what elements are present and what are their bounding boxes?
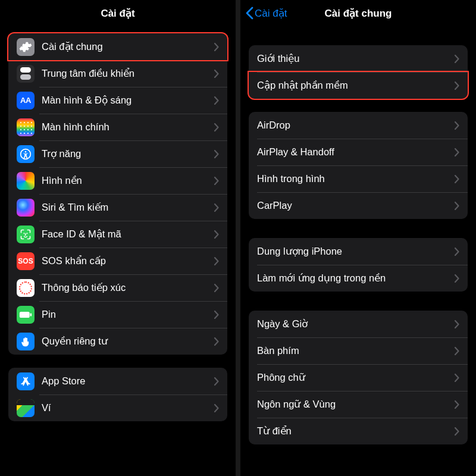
row-label: Thông báo tiếp xúc bbox=[42, 282, 211, 293]
chevron-right-icon bbox=[214, 177, 219, 185]
chevron-right-icon bbox=[455, 374, 459, 382]
row-label: Làm mới ứng dụng trong nền bbox=[257, 273, 451, 284]
row-dictionary[interactable]: Từ điển bbox=[249, 418, 468, 444]
chevron-right-icon bbox=[214, 150, 219, 158]
row-carplay[interactable]: CarPlay bbox=[249, 192, 468, 219]
row-airplay[interactable]: AirPlay & Handoff bbox=[249, 139, 468, 165]
row-datetime[interactable]: Ngày & Giờ bbox=[249, 311, 468, 337]
sos-icon: SOS bbox=[17, 252, 35, 270]
nav-bar: Cài đặt bbox=[0, 0, 236, 26]
chevron-right-icon bbox=[214, 70, 219, 78]
text-aa-icon: AA bbox=[17, 92, 35, 109]
gear-icon bbox=[17, 38, 35, 56]
svg-rect-4 bbox=[20, 311, 30, 317]
app-grid-icon bbox=[17, 118, 35, 136]
chevron-right-icon bbox=[214, 96, 219, 105]
row-exposure[interactable]: Thông báo tiếp xúc bbox=[8, 274, 227, 301]
row-label: Quyền riêng tư bbox=[42, 336, 211, 347]
row-language[interactable]: Ngôn ngữ & Vùng bbox=[249, 391, 468, 418]
accessibility-icon bbox=[17, 145, 35, 163]
chevron-right-icon bbox=[214, 203, 219, 212]
chevron-right-icon bbox=[455, 347, 459, 355]
back-label: Cài đặt bbox=[255, 7, 287, 20]
chevron-right-icon bbox=[455, 55, 459, 63]
row-general[interactable]: Cài đặt chung bbox=[8, 33, 227, 60]
row-label: Phông chữ bbox=[257, 372, 451, 383]
row-privacy[interactable]: Quyền riêng tư bbox=[8, 328, 227, 355]
row-label: Màn hình & Độ sáng bbox=[42, 95, 211, 106]
svg-point-3 bbox=[27, 233, 28, 234]
general-settings-screen: Cài đặt Cài đặt chung Giới thiệu Cập nhậ… bbox=[240, 0, 476, 476]
chevron-right-icon bbox=[214, 377, 219, 386]
row-label: Ngày & Giờ bbox=[257, 318, 451, 330]
row-pip[interactable]: Hình trong hình bbox=[249, 165, 468, 192]
wallpaper-icon bbox=[17, 172, 35, 190]
row-siri[interactable]: Siri & Tìm kiếm bbox=[8, 194, 227, 221]
svg-point-2 bbox=[24, 233, 25, 234]
chevron-right-icon bbox=[455, 175, 459, 183]
row-keyboard[interactable]: Bàn phím bbox=[249, 337, 468, 364]
row-label: SOS khẩn cấp bbox=[42, 255, 211, 267]
settings-list[interactable]: Cài đặt chung Trung tâm điều khiển AA Mà… bbox=[0, 26, 236, 476]
chevron-right-icon bbox=[455, 427, 459, 436]
row-storage[interactable]: Dung lượng iPhone bbox=[249, 238, 468, 265]
svg-point-1 bbox=[25, 151, 27, 152]
exposure-icon bbox=[17, 279, 35, 297]
group-storage: Dung lượng iPhone Làm mới ứng dụng trong… bbox=[249, 238, 468, 292]
chevron-right-icon bbox=[214, 311, 219, 319]
row-background-refresh[interactable]: Làm mới ứng dụng trong nền bbox=[249, 265, 468, 292]
row-label: AirPlay & Handoff bbox=[257, 146, 451, 158]
general-settings-list[interactable]: Giới thiệu Cập nhật phần mềm AirDrop Air… bbox=[240, 26, 476, 476]
row-airdrop[interactable]: AirDrop bbox=[249, 112, 468, 139]
chevron-right-icon bbox=[455, 248, 459, 256]
control-center-icon bbox=[17, 65, 35, 83]
row-wallpaper[interactable]: Hình nền bbox=[8, 167, 227, 194]
row-label: AirDrop bbox=[257, 120, 451, 131]
row-accessibility[interactable]: Trợ năng bbox=[8, 140, 227, 167]
chevron-right-icon bbox=[455, 202, 459, 210]
battery-icon bbox=[17, 306, 35, 324]
row-home-screen[interactable]: Màn hình chính bbox=[8, 114, 227, 140]
group-lang: Ngày & Giờ Bàn phím Phông chữ Ngôn ngữ &… bbox=[249, 311, 468, 444]
row-control-center[interactable]: Trung tâm điều khiển bbox=[8, 60, 227, 87]
chevron-right-icon bbox=[214, 404, 219, 412]
row-fonts[interactable]: Phông chữ bbox=[249, 364, 468, 391]
row-software-update[interactable]: Cập nhật phần mềm bbox=[249, 72, 468, 99]
row-label: Ví bbox=[42, 402, 211, 414]
chevron-right-icon bbox=[214, 43, 219, 51]
row-face-id[interactable]: Face ID & Mật mã bbox=[8, 221, 227, 248]
row-label: App Store bbox=[42, 375, 211, 387]
row-label: Giới thiệu bbox=[257, 53, 451, 64]
chevron-right-icon bbox=[455, 82, 459, 90]
hand-icon bbox=[17, 333, 35, 350]
back-button[interactable]: Cài đặt bbox=[245, 0, 287, 26]
row-label: CarPlay bbox=[257, 200, 451, 211]
row-label: Pin bbox=[42, 309, 211, 320]
row-label: Từ điển bbox=[257, 425, 451, 437]
chevron-right-icon bbox=[455, 400, 459, 409]
nav-title: Cài đặt chung bbox=[325, 7, 392, 20]
faceid-icon bbox=[17, 226, 35, 243]
row-label: Hình trong hình bbox=[257, 173, 451, 184]
row-about[interactable]: Giới thiệu bbox=[249, 45, 468, 72]
row-sos[interactable]: SOS SOS khẩn cấp bbox=[8, 248, 227, 274]
row-label: Bàn phím bbox=[257, 345, 451, 356]
settings-group-store: App Store Ví bbox=[8, 368, 227, 421]
chevron-right-icon bbox=[455, 274, 459, 283]
chevron-right-icon bbox=[214, 284, 219, 292]
row-app-store[interactable]: App Store bbox=[8, 368, 227, 394]
row-display[interactable]: AA Màn hình & Độ sáng bbox=[8, 87, 227, 114]
chevron-right-icon bbox=[455, 148, 459, 156]
group-about: Giới thiệu Cập nhật phần mềm bbox=[249, 45, 468, 99]
settings-screen: Cài đặt Cài đặt chung Trung tâm điều khi… bbox=[0, 0, 236, 476]
group-connect: AirDrop AirPlay & Handoff Hình trong hìn… bbox=[249, 112, 468, 219]
row-label: Trung tâm điều khiển bbox=[42, 68, 211, 79]
siri-icon bbox=[17, 199, 35, 217]
chevron-right-icon bbox=[214, 257, 219, 265]
row-label: Face ID & Mật mã bbox=[42, 228, 211, 240]
row-wallet[interactable]: Ví bbox=[8, 394, 227, 421]
row-label: Dung lượng iPhone bbox=[257, 246, 451, 257]
row-label: Cài đặt chung bbox=[42, 41, 211, 52]
wallet-icon bbox=[17, 399, 35, 417]
row-battery[interactable]: Pin bbox=[8, 301, 227, 328]
